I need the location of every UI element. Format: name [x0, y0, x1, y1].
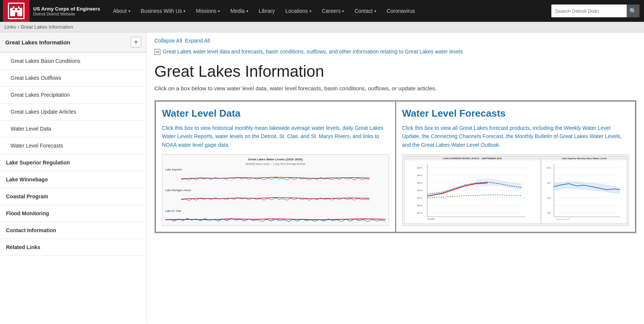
sidebar-item-related-links[interactable]: Related Links	[0, 239, 147, 256]
expand-all-link[interactable]: Expand All	[185, 38, 210, 44]
brand-district: Detroit District Website	[33, 12, 100, 16]
media-caret: ▾	[246, 9, 248, 13]
superior-chart-svg	[165, 171, 386, 186]
card-image-forecasts: LAKE SUPERIOR WATER LEVELS – SEPTEMBER 2…	[402, 154, 629, 226]
svg-text:182.0: 182.0	[417, 204, 423, 207]
collapse-all-link[interactable]: Collapse All	[154, 38, 182, 44]
nav-business[interactable]: Business With Us ▾	[136, 0, 191, 22]
main-content: Collapse All Expand All − Great Lakes wa…	[147, 32, 644, 323]
svg-text:184.5: 184.5	[417, 167, 423, 169]
sidebar-item-precipitation[interactable]: Great Lakes Precipitation	[0, 87, 147, 103]
svg-rect-5	[18, 6, 20, 9]
svg-rect-3	[20, 8, 22, 11]
collapse-bar: Collapse All Expand All	[154, 38, 636, 44]
chart-row-superior: Lake Superior	[165, 168, 386, 187]
accordion-collapse-button[interactable]: −	[154, 49, 160, 55]
chart-row-michigan: Lake Michigan–Huron	[165, 189, 386, 207]
breadcrumb-great-lakes[interactable]: Great Lakes Information	[21, 24, 73, 30]
sidebar: Great Lakes Information + Great Lakes Ba…	[0, 32, 147, 323]
svg-text:184.0: 184.0	[417, 174, 423, 176]
accordion-toggle: − Great Lakes water level data and forec…	[154, 48, 636, 56]
svg-text:60.2: 60.2	[547, 182, 551, 184]
nav-contact[interactable]: Contact ▾	[349, 0, 381, 22]
svg-text:181.5: 181.5	[417, 212, 423, 214]
nav-missions[interactable]: Missions ▾	[191, 0, 225, 22]
missions-caret: ▾	[218, 9, 220, 13]
business-caret: ▾	[183, 9, 185, 13]
forecast-chart: LAKE SUPERIOR WATER LEVELS – SEPTEMBER 2…	[403, 155, 629, 225]
page-subtitle: Click on a box below to view water level…	[154, 84, 636, 93]
breadcrumb-links[interactable]: Links	[5, 24, 16, 30]
breadcrumb: Links › Great Lakes Information	[0, 22, 644, 32]
cards-row: Water Level Data Click this box to view …	[154, 100, 636, 233]
chart-row-stclair: Lake St. Clair	[165, 210, 386, 226]
sidebar-item-lake-superior[interactable]: Lake Superior Regulation	[0, 154, 147, 171]
water-level-forecasts-card[interactable]: Water Level Forecasts Click this box to …	[395, 101, 636, 233]
accordion-item: − Great Lakes water level data and forec…	[154, 48, 636, 56]
forecast-panel-right: Lake Superior Monthly Mean Water Levels	[541, 156, 627, 224]
sidebar-header: Great Lakes Information +	[0, 32, 147, 53]
nav-media[interactable]: Media ▾	[225, 0, 253, 22]
sidebar-item-basin-conditions[interactable]: Great Lakes Basin Conditions	[0, 53, 147, 70]
forecast-svg-right: 60.4 60.2 60.0 59.8 Published: Sep 2018	[542, 160, 627, 221]
forecast-panel-left: LAKE SUPERIOR WATER LEVELS – SEPTEMBER 2…	[404, 156, 541, 224]
svg-text:LEGEND: LEGEND	[427, 218, 435, 220]
forecast-svg-left: 184.5 184.0 183.5 183.0 182.5 182.0 181.…	[404, 160, 540, 221]
water-level-data-card[interactable]: Water Level Data Click this box to view …	[155, 101, 395, 233]
card-title-water-level-data: Water Level Data	[162, 108, 389, 119]
svg-text:182.5: 182.5	[417, 197, 423, 199]
logo-wrap[interactable]	[3, 0, 29, 22]
accordion-link[interactable]: Great Lakes water level data and forecas…	[163, 48, 463, 56]
sidebar-item-coastal-program[interactable]: Coastal Program	[0, 188, 147, 205]
top-navigation: US Army Corps of Engineers Detroit Distr…	[0, 0, 644, 22]
page-title: Great Lakes Information	[154, 62, 636, 81]
search-button[interactable]: 🔍	[627, 5, 639, 17]
locations-caret: ▾	[310, 9, 311, 13]
sidebar-item-lake-winnebago[interactable]: Lake Winnebago	[0, 171, 147, 188]
water-level-chart: Great Lakes Water Levels (1918–2020) Mon…	[162, 155, 389, 225]
svg-text:60.0: 60.0	[547, 197, 551, 199]
card-desc-water-level-data: Click this box to view historical monthl…	[162, 124, 389, 149]
nav-coronavirus[interactable]: Coronavirus	[382, 0, 420, 22]
search-wrap[interactable]: 🔍	[551, 5, 639, 17]
svg-rect-2	[15, 8, 18, 11]
main-layout: Great Lakes Information + Great Lakes Ba…	[0, 32, 644, 323]
sidebar-item-update-articles[interactable]: Great Lakes Update Articles	[0, 103, 147, 120]
svg-text:Published: Sep 2018: Published: Sep 2018	[556, 218, 570, 220]
sidebar-item-contact-info[interactable]: Contact Information	[0, 222, 147, 239]
nav-about[interactable]: About ▾	[108, 0, 136, 22]
michigan-chart-svg	[165, 192, 386, 206]
nav-items: About ▾ Business With Us ▾ Missions ▾ Me…	[108, 0, 551, 22]
svg-text:183.5: 183.5	[417, 182, 423, 184]
card-desc-forecasts: Click this box to view all Great Lakes f…	[402, 124, 629, 149]
nav-library[interactable]: Library	[253, 0, 280, 22]
svg-rect-1	[10, 8, 13, 11]
nav-careers[interactable]: Careers ▾	[317, 0, 349, 22]
chart-subtitle: Monthly Mean Level — Long-Term Average A…	[165, 163, 386, 165]
stclair-chart-svg	[165, 213, 386, 226]
sidebar-plus-button[interactable]: +	[131, 37, 141, 47]
svg-text:59.8: 59.8	[547, 212, 551, 214]
careers-caret: ▾	[342, 9, 344, 13]
card-image-water-level-data: Great Lakes Water Levels (1918–2020) Mon…	[162, 154, 389, 226]
svg-rect-6	[15, 12, 17, 16]
chart-title: Great Lakes Water Levels (1918–2020)	[165, 158, 386, 161]
svg-text:183.0: 183.0	[417, 189, 423, 192]
contact-caret: ▾	[374, 9, 376, 13]
about-caret: ▾	[128, 9, 130, 13]
search-input[interactable]	[551, 5, 627, 17]
brand-text: US Army Corps of Engineers Detroit Distr…	[33, 6, 100, 16]
army-corps-logo	[8, 3, 24, 19]
card-title-forecasts: Water Level Forecasts	[402, 108, 629, 119]
sidebar-item-water-level-data[interactable]: Water Level Data	[0, 120, 147, 137]
svg-rect-4	[13, 6, 14, 9]
brand-name: US Army Corps of Engineers	[33, 6, 100, 12]
sidebar-item-flood-monitoring[interactable]: Flood Monitoring	[0, 205, 147, 222]
sidebar-item-outflows[interactable]: Great Lakes Outflows	[0, 70, 147, 87]
sidebar-item-water-level-forecasts[interactable]: Water Level Forecasts	[0, 137, 147, 154]
sidebar-title: Great Lakes Information	[5, 39, 70, 46]
nav-locations[interactable]: Locations ▾	[280, 0, 317, 22]
svg-text:60.4: 60.4	[547, 167, 551, 169]
